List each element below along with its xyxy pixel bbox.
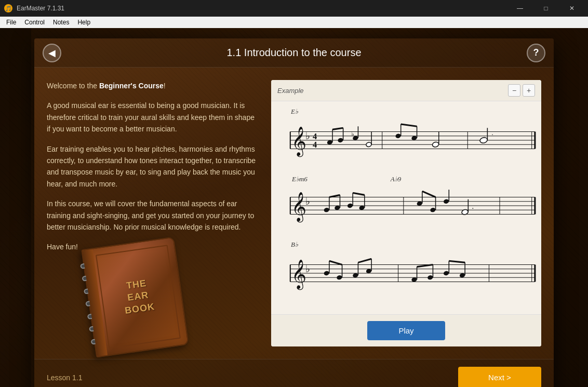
paragraph-course-cover: In this course, we will cover the fundam… — [47, 198, 259, 233]
menubar: File Control Notes Help — [0, 17, 588, 28]
paragraph-ear-training: Ear training enables you to hear pitches… — [47, 143, 259, 190]
svg-text:♭: ♭ — [351, 130, 354, 138]
help-button[interactable]: ? — [527, 44, 545, 62]
book-illustration: THE EAR BOOK — [88, 243, 192, 357]
paragraph-ear-essential: A good musical ear is essential to being… — [47, 100, 259, 135]
intro-prefix: Welcome to the — [47, 82, 99, 90]
back-button[interactable]: ◀ — [43, 44, 61, 62]
modal-title: 1.1 Introduction to the course — [226, 47, 361, 59]
book-shape: THE EAR BOOK — [81, 236, 189, 357]
zoom-out-button[interactable]: − — [508, 84, 520, 97]
next-button[interactable]: Next > — [458, 367, 541, 387]
book-inner: THE EAR BOOK — [96, 245, 181, 349]
svg-point-60 — [443, 198, 449, 204]
svg-line-16 — [332, 128, 343, 129]
help-icon: ? — [533, 47, 539, 58]
modal-dialog: ◀ 1.1 Introduction to the course ? Welco… — [34, 38, 554, 387]
titlebar: 🎵 EarMaster 7.1.31 — □ ✕ — [0, 0, 588, 17]
app-logo: 🎵 — [4, 4, 12, 12]
svg-text:♭: ♭ — [305, 264, 310, 274]
modal-header: ◀ 1.1 Introduction to the course ? — [34, 38, 554, 68]
intro-paragraph: Welcome to the Beginner's Course! — [47, 80, 259, 91]
svg-line-85 — [358, 259, 371, 262]
svg-line-48 — [329, 195, 340, 197]
app-background: ◀ 1.1 Introduction to the course ? Welco… — [0, 28, 588, 387]
intro-suffix: ! — [164, 82, 166, 90]
staff-label-1: E♭ — [291, 108, 537, 116]
svg-line-91 — [417, 264, 433, 266]
modal-text-content: Welcome to the Beginner's Course! A good… — [47, 80, 259, 346]
svg-line-59 — [422, 191, 436, 197]
menu-help[interactable]: Help — [73, 18, 95, 27]
svg-point-21 — [366, 142, 372, 148]
modal-overlay: ◀ 1.1 Introduction to the course ? Welco… — [0, 28, 588, 387]
play-button[interactable]: Play — [367, 321, 445, 340]
staff-svg-2: 𝄞 ♭ — [275, 183, 537, 230]
staff-label-3: B♭ — [291, 241, 537, 249]
svg-text:4: 4 — [313, 140, 317, 150]
svg-point-57 — [430, 207, 436, 213]
svg-point-76 — [324, 271, 330, 276]
svg-line-27 — [401, 124, 417, 126]
svg-point-89 — [427, 275, 433, 281]
zoom-in-button[interactable]: + — [523, 84, 535, 97]
titlebar-left: 🎵 EarMaster 7.1.31 — [4, 4, 64, 12]
notation-scroll[interactable]: E♭ — [271, 101, 541, 314]
lesson-label: Lesson 1.1 — [47, 373, 83, 382]
svg-text:𝄞: 𝄞 — [291, 126, 306, 157]
app-title: EarMaster 7.1.31 — [17, 5, 64, 12]
close-button[interactable]: ✕ — [560, 0, 584, 17]
staff-svg-1: 𝄞 ♭ 4 4 — [275, 118, 537, 165]
menu-file[interactable]: File — [2, 18, 20, 27]
svg-point-49 — [347, 203, 353, 209]
minimize-button[interactable]: — — [508, 0, 532, 17]
maximize-button[interactable]: □ — [534, 0, 558, 17]
window-controls[interactable]: — □ ✕ — [508, 0, 584, 17]
svg-line-96 — [449, 261, 465, 262]
staff-svg-3: 𝄞 ♭ — [275, 251, 537, 298]
svg-line-53 — [353, 193, 365, 195]
svg-point-23 — [395, 133, 402, 139]
back-icon: ◀ — [48, 47, 56, 59]
notation-panel: Example − + E♭ — [271, 80, 541, 346]
svg-text:𝄞: 𝄞 — [291, 192, 306, 223]
notation-header: Example − + — [271, 80, 541, 101]
svg-line-80 — [329, 261, 342, 264]
svg-point-28 — [432, 141, 439, 148]
modal-footer: Lesson 1.1 Next > — [34, 359, 554, 387]
menu-notes[interactable]: Notes — [49, 18, 73, 27]
svg-text:♭: ♭ — [305, 196, 310, 207]
svg-point-44 — [324, 207, 330, 213]
play-button-container: Play — [271, 314, 541, 346]
svg-text:𝄞: 𝄞 — [291, 259, 306, 290]
logo-char: 🎵 — [5, 6, 11, 11]
course-name: Beginner's Course — [99, 82, 164, 90]
menu-control[interactable]: Control — [20, 18, 49, 27]
svg-point-78 — [336, 275, 342, 281]
modal-body: Welcome to the Beginner's Course! A good… — [34, 68, 554, 359]
svg-point-31 — [479, 137, 488, 144]
svg-point-14 — [337, 138, 343, 143]
notation-controls: − + — [508, 84, 535, 97]
svg-text:.: . — [492, 129, 493, 137]
staff-label-2a: E♭m6 — [292, 175, 308, 183]
svg-text:♭: ♭ — [305, 131, 310, 141]
svg-text:.: . — [472, 202, 474, 210]
staff-label-2b: A♭9 — [391, 175, 401, 183]
svg-point-92 — [443, 271, 449, 276]
staff-section-2: E♭m6 A♭9 — [275, 175, 537, 232]
staff-section-1: E♭ — [275, 108, 537, 167]
staff-label-row-2: E♭m6 A♭9 — [275, 175, 537, 183]
staff-section-3: B♭ 𝄞 ♭ — [275, 241, 537, 300]
notation-title: Example — [277, 87, 304, 95]
